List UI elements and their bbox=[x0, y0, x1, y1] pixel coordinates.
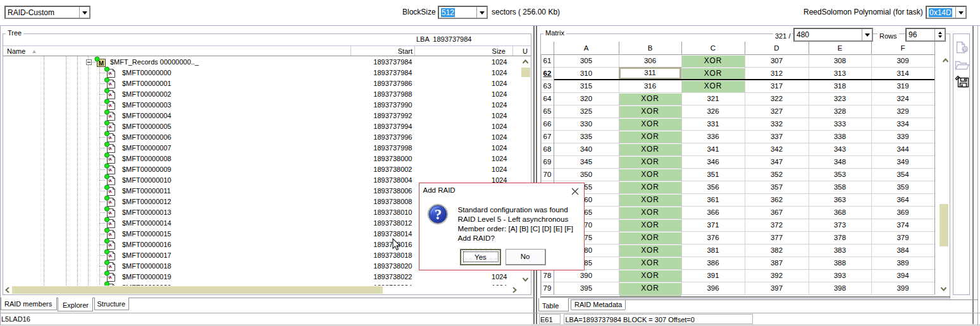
svg-text:M: M bbox=[99, 60, 104, 67]
svg-text:?: ? bbox=[435, 207, 442, 222]
